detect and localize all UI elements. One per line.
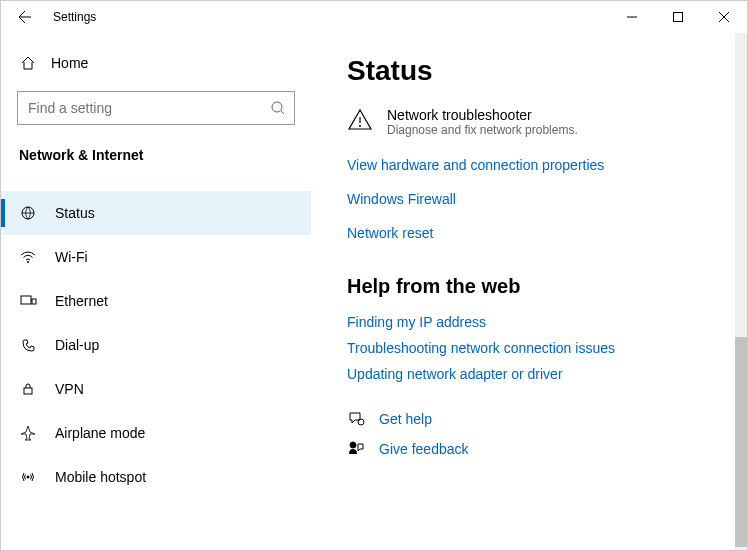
svg-rect-6: [24, 388, 32, 394]
sidebar-item-ethernet[interactable]: Ethernet: [1, 279, 311, 323]
give-feedback-row[interactable]: Give feedback: [347, 440, 723, 458]
sidebar: Home Network & Internet Status Wi-Fi: [1, 33, 311, 550]
sidebar-item-airplane[interactable]: Airplane mode: [1, 411, 311, 455]
give-feedback-label: Give feedback: [379, 441, 469, 457]
scrollbar-thumb[interactable]: [735, 337, 747, 547]
svg-rect-0: [674, 13, 683, 22]
search-box[interactable]: [17, 91, 295, 125]
search-input[interactable]: [28, 100, 270, 116]
help-link-ip[interactable]: Finding my IP address: [347, 314, 723, 330]
svg-point-9: [358, 419, 364, 425]
help-heading: Help from the web: [347, 275, 723, 298]
back-button[interactable]: [1, 1, 49, 33]
minimize-button[interactable]: [609, 1, 655, 33]
help-icon: [347, 410, 365, 428]
sidebar-item-label: Ethernet: [55, 293, 108, 309]
titlebar: Settings: [1, 1, 747, 33]
link-hardware-properties[interactable]: View hardware and connection properties: [347, 157, 723, 173]
ethernet-icon: [19, 292, 37, 310]
troubleshooter-subtitle: Diagnose and fix network problems.: [387, 123, 578, 137]
troubleshooter-title: Network troubleshooter: [387, 107, 578, 123]
airplane-icon: [19, 424, 37, 442]
svg-rect-5: [32, 299, 36, 304]
home-label: Home: [51, 55, 88, 71]
sidebar-item-label: VPN: [55, 381, 84, 397]
dialup-icon: [19, 336, 37, 354]
sidebar-item-dialup[interactable]: Dial-up: [1, 323, 311, 367]
main-content: Status Network troubleshooter Diagnose a…: [311, 33, 747, 550]
home-button[interactable]: Home: [1, 45, 311, 81]
hotspot-icon: [19, 468, 37, 486]
sidebar-item-hotspot[interactable]: Mobile hotspot: [1, 455, 311, 499]
sidebar-item-vpn[interactable]: VPN: [1, 367, 311, 411]
link-windows-firewall[interactable]: Windows Firewall: [347, 191, 723, 207]
link-network-reset[interactable]: Network reset: [347, 225, 723, 241]
get-help-row[interactable]: Get help: [347, 410, 723, 428]
svg-point-10: [350, 442, 356, 448]
help-link-driver[interactable]: Updating network adapter or driver: [347, 366, 723, 382]
svg-rect-4: [21, 296, 31, 304]
feedback-icon: [347, 440, 365, 458]
maximize-button[interactable]: [655, 1, 701, 33]
troubleshooter-row[interactable]: Network troubleshooter Diagnose and fix …: [347, 107, 723, 137]
vpn-icon: [19, 380, 37, 398]
svg-point-7: [27, 476, 30, 479]
svg-point-3: [27, 261, 29, 263]
home-icon: [19, 55, 37, 71]
status-icon: [19, 204, 37, 222]
category-heading: Network & Internet: [1, 141, 311, 175]
sidebar-item-label: Mobile hotspot: [55, 469, 146, 485]
svg-point-8: [359, 125, 361, 127]
close-button[interactable]: [701, 1, 747, 33]
page-heading: Status: [347, 55, 723, 87]
sidebar-item-status[interactable]: Status: [1, 191, 311, 235]
window-controls: [609, 1, 747, 33]
window-title: Settings: [49, 10, 96, 24]
get-help-label: Get help: [379, 411, 432, 427]
wifi-icon: [19, 248, 37, 266]
sidebar-item-label: Airplane mode: [55, 425, 145, 441]
help-link-troubleshoot[interactable]: Troubleshooting network connection issue…: [347, 340, 723, 356]
svg-point-1: [272, 102, 282, 112]
sidebar-item-wifi[interactable]: Wi-Fi: [1, 235, 311, 279]
sidebar-item-label: Wi-Fi: [55, 249, 88, 265]
warning-icon: [347, 107, 373, 133]
search-icon: [270, 100, 286, 116]
sidebar-item-label: Status: [55, 205, 95, 221]
scrollbar-track[interactable]: [735, 33, 747, 550]
sidebar-item-label: Dial-up: [55, 337, 99, 353]
